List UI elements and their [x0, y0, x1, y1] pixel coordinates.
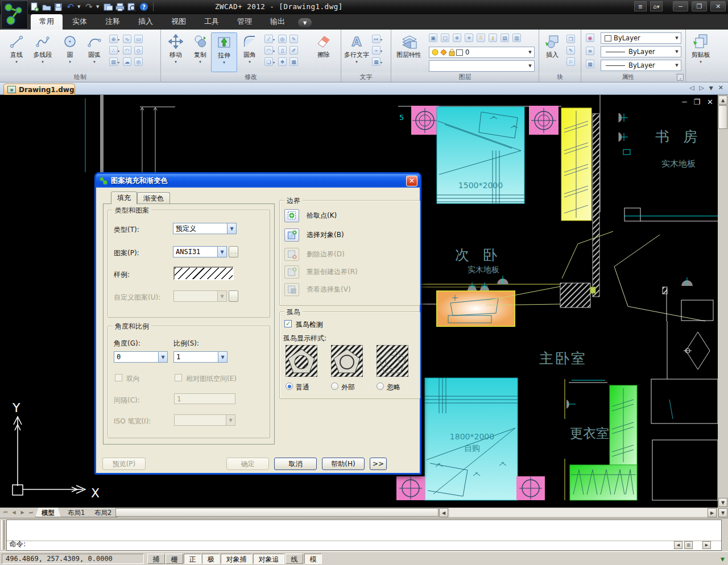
ribbon-collapse-icon[interactable]: ▼ — [298, 18, 312, 27]
list-icon[interactable]: ≣ — [634, 1, 647, 11]
undo-dropdown-icon[interactable]: ▼ — [77, 5, 82, 9]
vscroll-thumb[interactable] — [718, 105, 727, 129]
print-icon[interactable] — [115, 2, 125, 12]
pick-points-button[interactable]: 拾取点(K) — [284, 209, 337, 222]
undo-icon[interactable]: ↶ — [65, 2, 75, 12]
move-button[interactable]: 移动▾ — [163, 32, 189, 72]
attribute-edit-icon[interactable]: ✎ — [566, 46, 575, 55]
workspace-icon[interactable]: ⌂▾ — [650, 1, 663, 11]
doc-close-icon[interactable]: ✕ — [707, 98, 713, 106]
app-logo[interactable] — [1, 1, 28, 29]
dialog-title-bar[interactable]: 图案填充和渐变色 ✕ — [96, 174, 420, 188]
layer-freeze-icon[interactable]: ❄ — [453, 34, 461, 42]
minimize-button[interactable]: ─ — [673, 1, 688, 11]
scale-dropdown-icon[interactable]: ▼ — [218, 352, 227, 362]
properties-launcher-icon[interactable]: ⌟ — [677, 74, 684, 81]
hatch-icon[interactable]: ▨ — [109, 57, 118, 66]
tab-output[interactable]: 输出 — [262, 14, 293, 30]
island-normal-radio[interactable] — [286, 383, 293, 390]
command-history[interactable] — [7, 520, 721, 541]
cloud-icon[interactable]: ☁ — [123, 57, 131, 66]
toggle-osnap[interactable]: 对象捕捉 — [221, 554, 252, 564]
offset-icon[interactable]: ◎ — [278, 35, 287, 43]
explode-icon[interactable]: ❖ — [278, 57, 287, 66]
layer-off-icon[interactable]: ▢ — [441, 34, 449, 42]
tab-insert[interactable]: 插入 — [130, 14, 162, 30]
new-file-icon[interactable] — [30, 2, 39, 12]
divide-icon[interactable]: ∴ — [109, 46, 118, 55]
array-icon[interactable]: ❏ — [264, 57, 273, 66]
redo-dropdown-icon[interactable]: ▼ — [96, 5, 101, 9]
island-style-ignore-preview[interactable] — [377, 345, 408, 377]
rectangle-icon[interactable]: ▭ — [134, 35, 143, 43]
angle-select[interactable]: 0 ▼ — [114, 351, 168, 363]
next-tab-icon[interactable]: ▶ — [18, 508, 27, 517]
color-select[interactable]: ByLayer ▼ — [601, 32, 681, 44]
tab-close-icon[interactable]: ✕ — [718, 84, 723, 92]
hscroll-left-icon[interactable]: ◀ — [439, 508, 448, 517]
pattern-dropdown-icon[interactable]: ▼ — [217, 247, 226, 257]
edit-hatch-icon[interactable]: ▩ — [289, 57, 298, 66]
pattern-browse-button[interactable]: . . — [229, 246, 238, 257]
command-drag-grip[interactable] — [1, 520, 5, 550]
pattern-select[interactable]: ANSI31 ▼ — [173, 246, 227, 257]
circle-button[interactable]: 圆▾ — [57, 32, 83, 72]
cmd-scroll-left-icon[interactable]: ◀ — [674, 541, 682, 549]
sample-swatch[interactable] — [173, 267, 234, 280]
open-folder-icon[interactable] — [42, 2, 51, 12]
layer-state-select[interactable]: ▼ — [429, 60, 535, 72]
tab-gradient[interactable]: 渐变色 — [137, 192, 170, 204]
toggle-ortho[interactable]: 正交 — [184, 554, 201, 564]
tab-hatch[interactable]: 填充 — [111, 192, 137, 204]
scale-select[interactable]: 1 ▼ — [173, 351, 228, 363]
tab-annotate[interactable]: 注释 — [97, 14, 129, 30]
layer-dropdown-icon[interactable]: ▼ — [526, 47, 534, 57]
status-menu-icon[interactable]: ▼ — [721, 556, 725, 562]
fillet-button[interactable]: 圆角▾ — [237, 32, 263, 72]
layout-tab-model[interactable]: 模型 — [35, 508, 61, 517]
island-ignore-radio[interactable] — [377, 383, 384, 390]
layer-match-icon[interactable]: ▥ — [512, 34, 521, 42]
tab-solid[interactable]: 实体 — [64, 14, 96, 30]
layer-thaw-icon[interactable]: ☀ — [465, 34, 473, 42]
document-tab[interactable]: ▦ Drawing1.dwg — [3, 84, 75, 95]
toggle-grid[interactable]: 栅格 — [166, 554, 183, 564]
layer-on-icon[interactable]: ▣ — [429, 34, 437, 42]
erase-button[interactable]: 擦除 — [311, 32, 337, 72]
island-outer-radio[interactable] — [331, 383, 338, 390]
tab-scroll-right-icon[interactable]: ▷ — [699, 84, 704, 92]
block-create-icon[interactable]: ❒ — [566, 35, 575, 43]
arc-button[interactable]: 圆弧▾ — [81, 32, 107, 72]
linetype-dropdown-icon[interactable]: ▼ — [673, 60, 681, 70]
help-icon[interactable]: ? — [139, 2, 148, 12]
tab-list-icon[interactable]: ▼ — [709, 84, 713, 92]
linetype-select[interactable]: ByLayer ▼ — [601, 60, 681, 71]
plot-icon[interactable] — [103, 2, 113, 12]
layer-properties-button[interactable]: 图层特性 — [395, 32, 423, 72]
scroll-down-icon[interactable]: ▼ — [718, 498, 727, 507]
edit-spline-icon[interactable]: ✐ — [289, 46, 298, 55]
donut-icon[interactable]: ◎ — [134, 57, 143, 66]
dimension-icon[interactable]: ↦ — [372, 35, 380, 43]
edit-pline-icon[interactable]: ✎ — [289, 35, 298, 43]
dialog-close-icon[interactable]: ✕ — [406, 176, 417, 186]
layer-isolate-icon[interactable]: ▤ — [500, 34, 509, 42]
vscroll-bottom-icon[interactable]: ▼ — [718, 508, 727, 517]
polygon-icon[interactable]: ◇ — [134, 46, 143, 55]
tab-home[interactable]: 常用 — [31, 14, 63, 30]
tag-icon[interactable]: ⚐ — [566, 57, 575, 66]
layer-select[interactable]: 0 ▼ — [429, 47, 535, 58]
angle-dropdown-icon[interactable]: ▼ — [158, 352, 167, 362]
stretch-button[interactable]: 拉伸▾ — [211, 32, 237, 72]
polyline-button[interactable]: 多线段▾ — [30, 32, 56, 72]
first-tab-icon[interactable]: ⏮ — [1, 508, 10, 517]
copy-button[interactable]: 复制▾ — [187, 32, 213, 72]
lineweight-dropdown-icon[interactable]: ▼ — [673, 47, 681, 57]
more-options-button[interactable]: >> — [370, 458, 387, 470]
prev-tab-icon[interactable]: ◀ — [10, 508, 18, 517]
plot-preview-icon[interactable] — [127, 2, 136, 12]
scroll-up-icon[interactable]: ▲ — [718, 95, 727, 105]
tab-view[interactable]: 视图 — [163, 14, 195, 30]
command-box[interactable]: 命令: ◀ ▥ ▶ — [6, 520, 722, 551]
corner-icon[interactable]: ◠ — [264, 46, 273, 55]
